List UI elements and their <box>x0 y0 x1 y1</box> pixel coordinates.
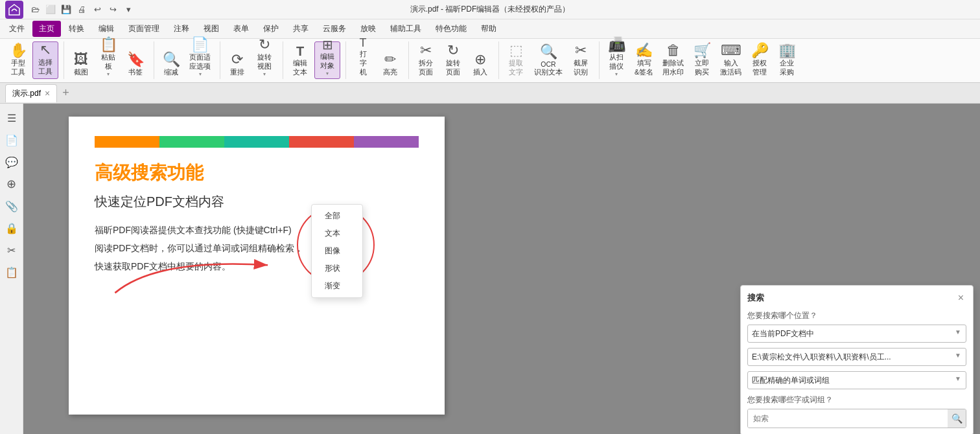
dropdown-item-gradient[interactable]: 渐变 <box>312 277 362 295</box>
menu-home[interactable]: 主页 <box>32 21 61 37</box>
zoom-btn[interactable]: 🔍 缩减 <box>158 41 184 79</box>
sidebar-icon-attach[interactable]: 📎 <box>3 197 21 215</box>
ribbon-group-annotate: T 打字机 ✏ 高亮 <box>350 41 409 79</box>
ocr-btn[interactable]: 🔍 OCR识别文本 <box>530 41 566 79</box>
scan-icon: 📠 <box>608 38 625 52</box>
typewriter-btn[interactable]: T 打字机 <box>350 41 376 79</box>
watermark-btn[interactable]: 🗑 删除试用水印 <box>659 41 688 79</box>
buy-btn[interactable]: 🛒 立即购买 <box>689 41 715 79</box>
rotate-view-btn[interactable]: ↻ 旋转视图 ▾ <box>251 41 277 79</box>
menu-convert[interactable]: 转换 <box>62 21 91 37</box>
search-match-select[interactable]: 匹配精确的单词或词组 匹配任意单词 <box>747 371 966 389</box>
ribbon-group-clipboard: 🖼 截图 📋 粘贴板 ▾ 🔖 书签 <box>68 41 154 79</box>
pdf-subheading: 快速定位PDF文档内容 <box>95 193 419 211</box>
ribbon-group-reflow: ⟳ 重排 ↻ 旋转视图 ▾ <box>224 41 283 79</box>
bookmark-btn[interactable]: 🔖 书签 <box>122 41 148 79</box>
search-folder-wrapper: E:\黄宗松文件\入职资料\入职资料\员工... <box>747 348 966 366</box>
menu-view[interactable]: 视图 <box>197 21 226 37</box>
zoom-icon: 🔍 <box>163 52 180 67</box>
search-location-wrapper: 在当前PDF文档中 在指定文件夹中 <box>747 325 966 343</box>
ribbon-group-ocr: ⬚ 提取文字 🔍 OCR识别文本 ✂ 截屏识别 <box>503 41 600 79</box>
enterprise-btn[interactable]: 🏢 企业采购 <box>774 41 800 79</box>
search-keyword-label: 您要搜索哪些字或词组？ <box>747 394 966 405</box>
screenshot-icon: 🖼 <box>74 52 88 67</box>
edit-text-btn[interactable]: T 编辑文本 <box>287 41 313 79</box>
redo-btn[interactable]: ↪ <box>106 3 119 16</box>
highlight-icon: ✏ <box>384 52 396 67</box>
extract-text-btn[interactable]: ⬚ 提取文字 <box>503 41 529 79</box>
ribbon: ✋ 手型工具 ↖ 选择工具 🖼 截图 📋 粘贴板 ▾ 🔖 书签 <box>0 39 980 83</box>
paste-btn[interactable]: 📋 粘贴板 ▾ <box>95 41 121 79</box>
search-location-select[interactable]: 在当前PDF文档中 在指定文件夹中 <box>747 325 966 343</box>
scan-btn[interactable]: 📠 从扫描仪 ▾ <box>603 41 629 79</box>
activate-btn[interactable]: ⌨ 输入激活码 <box>716 41 745 79</box>
pdf-tab[interactable]: 演示.pdf × <box>5 84 57 102</box>
menu-present[interactable]: 放映 <box>354 21 382 37</box>
sidebar-icon-security[interactable]: 🔒 <box>3 219 21 237</box>
sidebar-icon-comment[interactable]: 💬 <box>3 153 21 171</box>
search-panel: 搜索 × 您要搜索哪个位置？ 在当前PDF文档中 在指定文件夹中 E:\黄宗松文… <box>740 285 974 434</box>
color-seg-3 <box>224 136 289 148</box>
sidebar-icon-menu[interactable]: ☰ <box>3 109 21 127</box>
sidebar-icon-crop[interactable]: ✂ <box>3 241 21 259</box>
select-tool-btn[interactable]: ↖ 选择工具 <box>32 41 58 79</box>
menu-protect[interactable]: 保护 <box>257 21 285 37</box>
paste-icon: 📋 <box>100 38 117 52</box>
search-location-label: 您要搜索哪个位置？ <box>747 310 966 321</box>
menu-annotate[interactable]: 注释 <box>167 21 196 37</box>
sidebar-icon-page[interactable]: 📄 <box>3 131 21 149</box>
undo-btn[interactable]: ↩ <box>91 3 104 16</box>
hand-tool-btn[interactable]: ✋ 手型工具 <box>5 41 31 79</box>
menu-help[interactable]: 帮助 <box>474 21 503 37</box>
search-folder-select[interactable]: E:\黄宗松文件\入职资料\入职资料\员工... <box>747 348 966 366</box>
pdf-heading: 高级搜索功能 <box>95 161 419 185</box>
new-btn[interactable]: 🗁 <box>29 3 41 16</box>
buy-icon: 🛒 <box>694 43 711 58</box>
save-btn[interactable]: 💾 <box>60 3 73 16</box>
menu-file[interactable]: 文件 <box>3 21 31 37</box>
rotate-view-icon: ↻ <box>259 38 270 52</box>
menu-assist[interactable]: 辅助工具 <box>384 21 428 37</box>
tab-add-btn[interactable]: + <box>60 86 72 100</box>
auth-icon: 🔑 <box>751 43 769 58</box>
sidebar-icon-layers[interactable]: ⊕ <box>3 175 21 193</box>
tab-close-btn[interactable]: × <box>45 89 50 98</box>
menu-edit[interactable]: 编辑 <box>92 21 121 37</box>
print-btn[interactable]: 🖨 <box>75 3 88 16</box>
ribbon-group-more: 📠 从扫描仪 ▾ ✍ 填写&签名 🗑 删除试用水印 🛒 立即购买 ⌨ 输入激活码 <box>603 41 805 79</box>
open-btn[interactable]: ⬜ <box>44 3 57 16</box>
menu-form[interactable]: 表单 <box>227 21 255 37</box>
rotate-page-btn[interactable]: ↻ 旋转页面 <box>440 41 466 79</box>
menu-feature[interactable]: 特色功能 <box>429 21 473 37</box>
insert-btn[interactable]: ⊕ 插入 <box>467 41 493 79</box>
menu-page-manage[interactable]: 页面管理 <box>122 21 166 37</box>
customize-btn[interactable]: ▾ <box>122 3 135 16</box>
ocr-icon: 🔍 <box>540 45 557 59</box>
dropdown-item-all[interactable]: 全部 <box>312 207 362 225</box>
fit-page-btn[interactable]: 📄 页面适应选项 ▾ <box>185 41 215 79</box>
quick-access-toolbar: 🗁 ⬜ 💾 🖨 ↩ ↪ ▾ <box>29 3 135 16</box>
edit-object-btn[interactable]: ⊞ 编辑对象 ▾ <box>314 41 340 79</box>
search-close-btn[interactable]: × <box>955 292 966 304</box>
reflow-btn[interactable]: ⟳ 重排 <box>224 41 250 79</box>
enterprise-icon: 🏢 <box>778 43 796 58</box>
dropdown-item-shape[interactable]: 形状 <box>312 260 362 277</box>
menu-share[interactable]: 共享 <box>286 21 315 37</box>
sign-btn[interactable]: ✍ 填写&签名 <box>631 41 657 79</box>
menu-cloud[interactable]: 云服务 <box>316 21 353 37</box>
ribbon-group-edit: T 编辑文本 ⊞ 编辑对象 ▾ <box>287 41 346 79</box>
auth-btn[interactable]: 🔑 授权管理 <box>747 41 773 79</box>
search-input[interactable] <box>748 409 948 428</box>
dropdown-item-image[interactable]: 图像 <box>312 242 362 260</box>
split-page-btn[interactable]: ✂ 拆分页面 <box>413 41 439 79</box>
color-seg-4 <box>289 136 354 148</box>
search-submit-btn[interactable]: 🔍 <box>948 409 966 428</box>
highlight-btn[interactable]: ✏ 高亮 <box>377 41 403 79</box>
reflow-icon: ⟳ <box>231 52 243 67</box>
screenshot-ocr-btn[interactable]: ✂ 截屏识别 <box>568 41 594 79</box>
search-panel-title: 搜索 <box>747 292 764 304</box>
screenshot-btn[interactable]: 🖼 截图 <box>68 41 94 79</box>
dropdown-item-text[interactable]: 文本 <box>312 225 362 242</box>
title-bar: 🗁 ⬜ 💾 🖨 ↩ ↪ ▾ 演示.pdf - 福昕PDF编辑器（未经授权的产品） <box>0 0 980 19</box>
sidebar-icon-clip[interactable]: 📋 <box>3 263 21 281</box>
